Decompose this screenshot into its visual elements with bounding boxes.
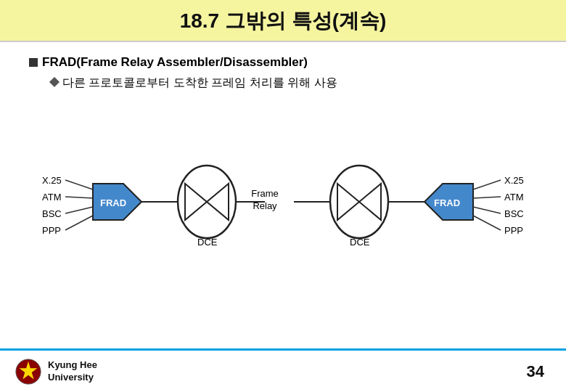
svg-line-9 xyxy=(473,197,501,198)
diagram-svg: X.25 ATM BSC PPP FRAD DCE Frame Relay DC… xyxy=(29,111,537,285)
bullet-diamond-icon xyxy=(49,77,60,87)
label-x25-right: X.25 xyxy=(504,175,524,186)
frame-relay-label2: Relay xyxy=(253,200,277,211)
university-name: Kyung Hee University xyxy=(48,359,97,384)
svg-line-1 xyxy=(65,197,93,198)
svg-line-0 xyxy=(65,180,93,189)
content-area: FRAD(Frame Relay Assembler/Disassembler)… xyxy=(0,42,566,98)
label-ppp-right: PPP xyxy=(504,225,523,236)
svg-line-2 xyxy=(65,207,93,213)
label-ppp-left: PPP xyxy=(42,225,61,236)
label-bsc-left: BSC xyxy=(42,208,62,219)
footer-logo: Kyung Hee University xyxy=(15,358,97,385)
svg-line-10 xyxy=(473,207,501,213)
page-title: 18.7 그밖의 특성(계속) xyxy=(0,7,566,35)
svg-line-8 xyxy=(473,180,501,189)
bullet-main-text: FRAD(Frame Relay Assembler/Disassembler) xyxy=(42,55,308,70)
bullet-sub-1: 다른 프로토콜로부터 도착한 프레임 처리를 위해 사용 xyxy=(51,75,537,91)
bullet-sub-text: 다른 프로토콜로부터 도착한 프레임 처리를 위해 사용 xyxy=(62,75,337,91)
bullet-main-1: FRAD(Frame Relay Assembler/Disassembler) xyxy=(29,55,537,70)
frad-left-label: FRAD xyxy=(100,197,126,208)
diagram-area: X.25 ATM BSC PPP FRAD DCE Frame Relay DC… xyxy=(29,111,537,285)
university-logo-icon xyxy=(15,358,42,385)
svg-line-3 xyxy=(65,216,93,230)
title-bar: 18.7 그밖의 특성(계속) xyxy=(0,0,566,42)
label-x25-left: X.25 xyxy=(42,175,62,186)
label-atm-right: ATM xyxy=(504,192,523,203)
label-atm-left: ATM xyxy=(42,192,61,203)
bullet-square-icon xyxy=(29,58,38,67)
label-bsc-right: BSC xyxy=(504,208,524,219)
footer: Kyung Hee University 34 xyxy=(0,348,566,392)
frame-relay-label1: Frame xyxy=(251,188,279,199)
page-number: 34 xyxy=(527,362,551,381)
dce-left-label: DCE xyxy=(197,237,218,248)
svg-line-11 xyxy=(473,216,501,230)
frad-right-label: FRAD xyxy=(434,197,460,208)
dce-right-label: DCE xyxy=(350,237,370,248)
